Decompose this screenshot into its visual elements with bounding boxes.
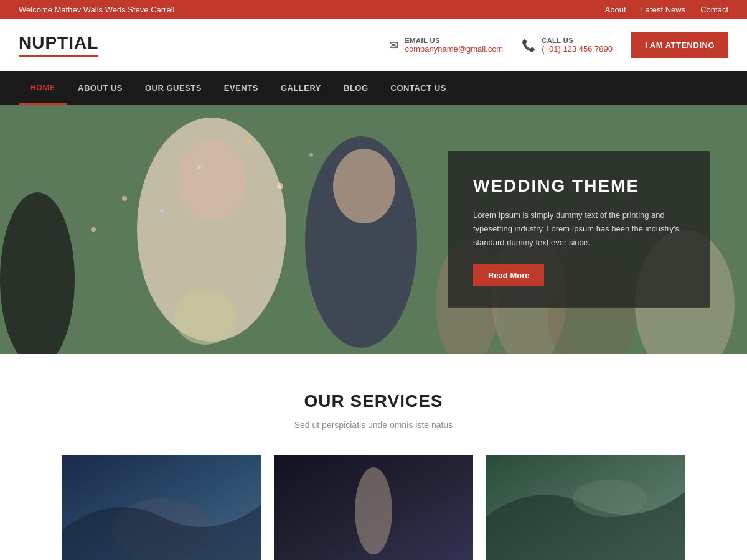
hero-text: Lorem Ipsum is simply dummy text of the … [473, 208, 685, 250]
svg-point-21 [355, 467, 392, 554]
top-bar-about[interactable]: About [605, 5, 626, 14]
service-image-1 [62, 455, 261, 560]
email-value[interactable]: companyname@gmail.com [405, 44, 503, 54]
attending-button[interactable]: I AM ATTENDING [631, 32, 728, 58]
hero-section: WEDDING THEME Lorem Ipsum is simply dumm… [0, 105, 747, 354]
welcome-text: Welcome Mathev Walls Weds Steve Carrell [19, 5, 174, 14]
service-card-3[interactable] [486, 455, 685, 560]
top-bar: Welcome Mathev Walls Weds Steve Carrell … [0, 0, 747, 19]
top-bar-latest-news[interactable]: Latest News [641, 5, 686, 14]
svg-point-10 [91, 227, 96, 232]
nav-events[interactable]: EVENTS [213, 71, 270, 105]
services-title: OUR SERVICES [19, 391, 728, 411]
email-icon: ✉ [389, 39, 398, 52]
header-right: ✉ EMAIL US companyname@gmail.com 📞 CALL … [389, 32, 728, 58]
service-card-1[interactable] [62, 455, 261, 560]
nav-our-guests[interactable]: OUR GUESTS [134, 71, 213, 105]
email-info: EMAIL US companyname@gmail.com [405, 37, 503, 54]
service-card-2[interactable] [274, 455, 473, 560]
svg-point-7 [197, 166, 201, 169]
nav-home[interactable]: HOME [19, 71, 67, 105]
svg-point-24 [573, 480, 647, 517]
top-bar-contact[interactable]: Contact [700, 5, 728, 14]
svg-point-17 [174, 289, 237, 345]
phone-icon: 📞 [522, 39, 535, 52]
read-more-button[interactable]: Read More [473, 264, 544, 286]
service-image-3 [486, 455, 685, 560]
services-subtitle: Sed ut perspiciatis unde omnis iste natu… [19, 420, 728, 430]
svg-point-9 [309, 153, 313, 157]
email-label: EMAIL US [405, 37, 503, 44]
svg-point-3 [177, 139, 246, 220]
svg-point-6 [122, 196, 127, 201]
nav-about-us[interactable]: ABOUT US [67, 71, 134, 105]
nav-contact-us[interactable]: CONTACT US [380, 71, 458, 105]
phone-contact: 📞 CALL US (+01) 123 456 7890 [522, 37, 613, 54]
nav-gallery[interactable]: GALLERY [270, 71, 332, 105]
call-label: CALL US [542, 37, 613, 44]
hero-background: WEDDING THEME Lorem Ipsum is simply dumm… [0, 105, 747, 354]
hero-overlay: WEDDING THEME Lorem Ipsum is simply dumm… [448, 151, 710, 308]
email-contact: ✉ EMAIL US companyname@gmail.com [389, 37, 503, 54]
logo[interactable]: NUPTIAL [19, 33, 98, 57]
phone-info: CALL US (+01) 123 456 7890 [542, 37, 613, 54]
main-nav: HOME ABOUT US OUR GUESTS EVENTS GALLERY … [0, 71, 747, 105]
header: NUPTIAL ✉ EMAIL US companyname@gmail.com… [0, 19, 747, 71]
svg-point-5 [333, 149, 395, 223]
svg-point-8 [277, 183, 283, 189]
service-image-2 [274, 455, 473, 560]
call-value[interactable]: (+01) 123 456 7890 [542, 44, 613, 54]
top-bar-links: About Latest News Contact [605, 5, 728, 14]
services-section: OUR SERVICES Sed ut perspiciatis unde om… [0, 354, 747, 560]
nav-blog[interactable]: BLOG [332, 71, 380, 105]
svg-point-12 [247, 140, 251, 145]
svg-point-11 [160, 209, 164, 213]
services-grid [19, 455, 728, 560]
hero-title: WEDDING THEME [473, 176, 685, 196]
